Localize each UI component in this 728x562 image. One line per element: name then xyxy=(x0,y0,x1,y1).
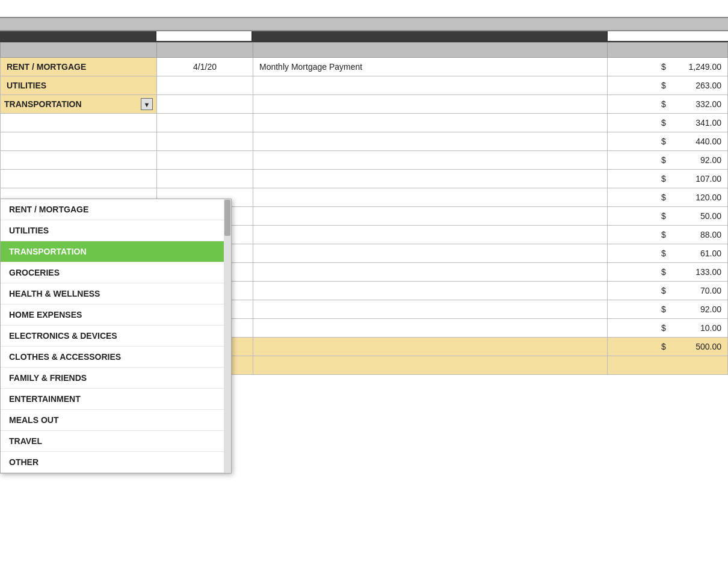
cell-date xyxy=(157,170,253,188)
budget-ending-label xyxy=(253,31,608,41)
cell-amount: $10.00 xyxy=(608,319,728,338)
cell-date xyxy=(157,95,253,114)
cell-category: UTILITIES xyxy=(1,76,157,95)
dropdown-item[interactable]: FAMILY & FRIENDS xyxy=(1,368,231,389)
cell-amount: $500.00 xyxy=(608,338,728,356)
cell-amount: $92.00 xyxy=(608,300,728,319)
cell-category xyxy=(1,114,157,132)
dropdown-item[interactable]: TRAVEL xyxy=(1,431,231,452)
table-row: $107.00 xyxy=(1,170,728,188)
dropdown-item[interactable]: ENTERTAINMENT xyxy=(1,389,231,410)
dropdown-arrow-button[interactable]: ▼ xyxy=(141,98,153,110)
cell-description xyxy=(253,207,608,226)
cell-description xyxy=(253,170,608,188)
cell-description xyxy=(253,263,608,282)
cell-amount: $50.00 xyxy=(608,207,728,226)
cell-date xyxy=(157,114,253,132)
dropdown-item[interactable]: UTILITIES xyxy=(1,220,231,241)
scrollbar-thumb[interactable] xyxy=(224,200,230,236)
cell-amount: $1,249.00 xyxy=(608,58,728,76)
dropdown-item[interactable]: RENT / MORTGAGE xyxy=(1,199,231,220)
dropdown-item[interactable]: CLOTHES & ACCESSORIES xyxy=(1,347,231,368)
cell-category xyxy=(1,170,157,188)
cell-description xyxy=(253,151,608,170)
header-date xyxy=(157,43,253,58)
cell-amount: $61.00 xyxy=(608,244,728,263)
table-row: $92.00 xyxy=(1,151,728,170)
cell-description xyxy=(253,244,608,263)
table-header-row xyxy=(1,43,728,58)
cell-date xyxy=(157,132,253,151)
cell-description xyxy=(253,356,608,375)
cell-description xyxy=(253,300,608,319)
subtitle-bar xyxy=(0,17,728,31)
cell-description: Monthly Mortgage Payment xyxy=(253,58,608,76)
cell-amount xyxy=(608,356,728,375)
cell-date xyxy=(157,151,253,170)
cell-category: RENT / MORTGAGE xyxy=(1,58,157,76)
cell-category xyxy=(1,132,157,151)
cell-category: TRANSPORTATION▼ xyxy=(1,95,157,114)
cell-description xyxy=(253,188,608,207)
header-description xyxy=(253,43,608,58)
dropdown-item[interactable]: OTHER xyxy=(1,452,231,473)
budget-ending-value xyxy=(608,31,728,41)
table-row: TRANSPORTATION▼$332.00 xyxy=(1,95,728,114)
cell-description xyxy=(253,76,608,95)
expense-table-wrapper: RENT / MORTGAGE4/1/20Monthly Mortgage Pa… xyxy=(0,42,728,375)
dropdown-item[interactable]: MEALS OUT xyxy=(1,410,231,431)
dropdown-item[interactable]: ELECTRONICS & DEVICES xyxy=(1,326,231,347)
cell-description xyxy=(253,338,608,356)
header-category xyxy=(1,43,157,58)
dropdown-item[interactable]: GROCERIES xyxy=(1,262,231,283)
cell-amount: $70.00 xyxy=(608,282,728,300)
budget-starting-label xyxy=(0,31,156,41)
cell-amount: $332.00 xyxy=(608,95,728,114)
cell-amount: $120.00 xyxy=(608,188,728,207)
cell-description xyxy=(253,114,608,132)
dropdown-item[interactable]: HOME EXPENSES xyxy=(1,304,231,326)
table-row: RENT / MORTGAGE4/1/20Monthly Mortgage Pa… xyxy=(1,58,728,76)
cell-date: 4/1/20 xyxy=(157,58,253,76)
page-title xyxy=(0,0,728,17)
table-row: $440.00 xyxy=(1,132,728,151)
cell-description xyxy=(253,282,608,300)
cell-amount: $133.00 xyxy=(608,263,728,282)
table-row: $341.00 xyxy=(1,114,728,132)
cell-category xyxy=(1,151,157,170)
scrollbar[interactable] xyxy=(224,199,231,473)
cell-amount: $88.00 xyxy=(608,226,728,244)
cell-amount: $92.00 xyxy=(608,151,728,170)
cell-description xyxy=(253,95,608,114)
category-dropdown[interactable]: RENT / MORTGAGEUTILITIESTRANSPORTATIONGR… xyxy=(0,199,232,474)
cell-amount: $263.00 xyxy=(608,76,728,95)
cell-description xyxy=(253,319,608,338)
dropdown-item[interactable]: TRANSPORTATION xyxy=(1,241,231,262)
budget-starting-value xyxy=(156,31,253,41)
cell-description xyxy=(253,132,608,151)
table-row: UTILITIES$263.00 xyxy=(1,76,728,95)
cell-description xyxy=(253,226,608,244)
cell-date xyxy=(157,76,253,95)
cell-amount: $341.00 xyxy=(608,114,728,132)
cell-amount: $107.00 xyxy=(608,170,728,188)
dropdown-item[interactable]: HEALTH & WELLNESS xyxy=(1,283,231,304)
cell-amount: $440.00 xyxy=(608,132,728,151)
header-amount xyxy=(608,43,728,58)
